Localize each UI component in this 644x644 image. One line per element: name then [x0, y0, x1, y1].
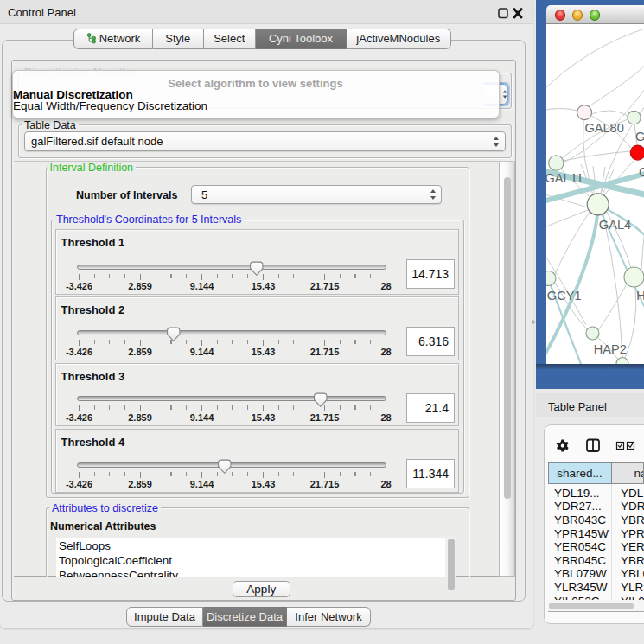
svg-text:GCY1: GCY1 — [546, 289, 581, 303]
svg-text:GAL80: GAL80 — [584, 120, 623, 134]
svg-text:GAL11: GAL11 — [546, 170, 583, 184]
svg-text:C: C — [639, 164, 644, 178]
svg-text:GAL4: GAL4 — [598, 218, 630, 232]
svg-text:G.: G. — [635, 129, 644, 143]
svg-text:H: H — [636, 289, 644, 303]
svg-text:HAP2: HAP2 — [593, 341, 626, 355]
